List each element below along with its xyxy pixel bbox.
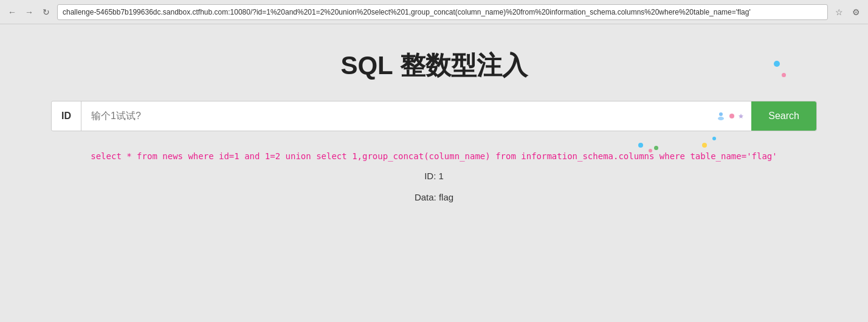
svg-marker-3 xyxy=(739,114,743,118)
reload-icon[interactable]: ↻ xyxy=(40,6,52,18)
search-input[interactable] xyxy=(81,101,709,131)
forward-icon[interactable]: → xyxy=(23,6,35,18)
extension-icon[interactable]: ⚙ xyxy=(850,6,862,18)
result-data: Data: flag xyxy=(49,189,819,205)
url-bar[interactable]: challenge-5465bb7b199636dc.sandbox.ctfhu… xyxy=(57,4,828,20)
svg-point-2 xyxy=(729,114,734,118)
id-label: ID xyxy=(52,101,81,131)
decorative-dot xyxy=(638,143,643,148)
url-text: challenge-5465bb7b199636dc.sandbox.ctfhu… xyxy=(63,8,751,16)
page-title: SQL 整数型注入 xyxy=(49,49,819,83)
star-icon xyxy=(738,113,744,119)
bookmark-icon[interactable]: ☆ xyxy=(833,6,845,18)
browser-toolbar: ← → ↻ challenge-5465bb7b199636dc.sandbox… xyxy=(0,0,868,24)
svg-point-1 xyxy=(718,117,724,120)
sql-query-display: select * from news where id=1 and 1=2 un… xyxy=(49,149,819,163)
inline-decorative xyxy=(709,111,751,121)
search-button[interactable]: Search xyxy=(751,101,816,131)
page-content: SQL 整数型注入 ID Search select * from news w… xyxy=(0,24,868,322)
search-container: ID Search xyxy=(51,101,817,131)
svg-point-0 xyxy=(719,112,723,116)
decorative-dot xyxy=(712,137,716,140)
back-icon[interactable]: ← xyxy=(6,6,18,18)
decorative-dot xyxy=(702,143,707,148)
dot-pink xyxy=(729,114,734,118)
person-icon xyxy=(716,111,726,121)
result-id: ID: 1 xyxy=(49,168,819,184)
